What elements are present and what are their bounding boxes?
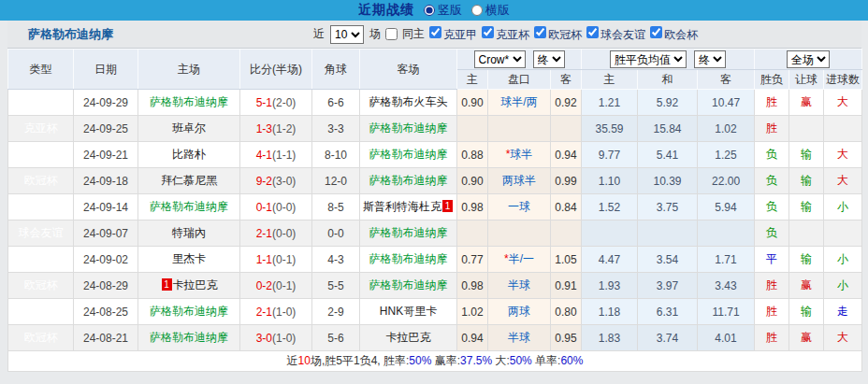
away-team-cell: 萨格勒布迪纳摩	[360, 142, 457, 168]
result-goals: 大	[824, 325, 862, 351]
handicap-home-odds: 0.98	[457, 194, 488, 220]
handicap-away-odds: 0.80	[551, 299, 582, 325]
col-header-goals: 进球数	[824, 70, 862, 90]
europe-away-odds: 10.47	[698, 90, 755, 116]
result-goals	[824, 220, 862, 247]
league-filter-kjb[interactable]: 克亚杯	[480, 26, 529, 43]
layout-horizontal-option[interactable]: 横版	[466, 2, 510, 19]
home-team-name: 卡拉巴克	[173, 278, 218, 292]
result-letgoal	[789, 220, 824, 247]
bookmaker-select[interactable]: Crow*	[474, 50, 526, 68]
handicap-line: 球半/两	[488, 90, 551, 116]
europe-final-select[interactable]: 终	[694, 50, 726, 68]
bookmaker-final-select[interactable]: 终	[533, 50, 565, 68]
europe-away-odds	[698, 220, 755, 247]
away-team-cell: HNK哥里卡	[360, 299, 457, 325]
league-badge: 克亚甲	[8, 142, 74, 168]
col-header-ah-away: 客	[551, 70, 582, 90]
away-team-cell: 萨格勒布迪纳摩	[360, 273, 457, 299]
result-letgoal: 输	[789, 194, 824, 220]
match-date: 24-09-14	[74, 194, 138, 220]
fulltime-score: 2-1	[256, 306, 272, 319]
layout-vertical-option[interactable]: 竖版	[418, 2, 462, 19]
europe-home-odds: 4.47	[582, 247, 638, 273]
halftime-score: (1-0)	[272, 306, 296, 319]
league-badge: 克亚甲	[8, 299, 74, 325]
col-header-eu-away: 客	[698, 70, 755, 90]
horizontal-radio[interactable]	[471, 5, 483, 16]
home-team-cell: 1卡拉巴克	[138, 273, 240, 299]
away-team-cell: 萨格勒布迪纳摩	[360, 116, 457, 142]
score-cell: 2-1(0-0)	[240, 220, 312, 247]
handicap-line-text: 半球	[508, 278, 530, 292]
europe-home-odds: 1.83	[582, 325, 638, 351]
result-letgoal	[789, 116, 824, 142]
handicap-away-odds: 0.95	[551, 325, 582, 351]
header-dropdown-row: 类型 日期 主场 比分(半场) 角球 客场 Crow* 终 胜平负均值 终	[8, 50, 862, 70]
home-team-cell: 拜仁慕尼黑	[138, 168, 240, 194]
summary-big-rate: 50%	[510, 354, 532, 367]
filter-bar: 萨格勒布迪纳摩 近 10 场 同主 克亚甲 克亚杯 欧冠杯 球会友谊 欧会杯	[7, 21, 861, 49]
match-date: 24-09-07	[74, 220, 138, 247]
europe-draw-odds: 15.84	[638, 116, 698, 142]
league-filter-kjj[interactable]: 克亚甲	[427, 26, 477, 43]
summary-label-win: 赢率:	[431, 354, 460, 367]
team-name: 萨格勒布迪纳摩	[7, 26, 313, 43]
league-checkbox-ohb[interactable]	[650, 26, 662, 38]
europe-draw-odds: 5.92	[638, 90, 698, 116]
europe-odds-select[interactable]: 胜平负均值	[610, 50, 687, 68]
table-row: 欧冠杯 24-08-29 1卡拉巴克 0-2(0-1) 5-5 萨格勒布迪纳摩 …	[8, 273, 862, 299]
league-checkbox-ogb[interactable]	[534, 26, 546, 38]
league-badge: 欧冠杯	[8, 273, 74, 299]
result-letgoal: 输	[789, 299, 824, 325]
handicap-line: *半/一	[488, 247, 551, 273]
handicap-line	[488, 220, 551, 247]
same-home-checkbox[interactable]	[385, 28, 398, 40]
europe-home-odds: 1.18	[582, 299, 638, 325]
league-badge: 克亚杯	[8, 116, 74, 142]
handicap-home-odds	[457, 116, 488, 142]
away-team-cell: 斯普利特海杜克1	[360, 194, 457, 220]
home-team-name: 比路朴	[172, 148, 206, 161]
summary-row: 近10场,胜5平1负4, 胜率:50% 赢率:37.5% 大:50% 单率:60…	[8, 351, 862, 372]
result-letgoal: 赢	[789, 273, 824, 299]
corner-count: 8-10	[312, 142, 360, 168]
league-filter-ohb[interactable]: 欧会杯	[648, 26, 698, 43]
result-winlose: 胜	[755, 325, 789, 351]
match-date: 24-08-21	[74, 325, 138, 351]
table-row: 球会友谊 24-09-07 特瑞內 2-1(0-0) 0-0 萨格勒布迪纳摩 负	[8, 220, 862, 247]
home-team-cell: 比路朴	[138, 142, 240, 168]
league-badge: 克亚甲	[8, 194, 74, 220]
league-checkbox-kjj[interactable]	[429, 26, 441, 38]
handicap-away-odds	[551, 116, 582, 142]
filter-controls: 近 10 场 同主 克亚甲 克亚杯 欧冠杯 球会友谊 欧会杯	[313, 25, 698, 44]
result-goals: 小	[824, 194, 862, 220]
handicap-line: *球半	[488, 142, 551, 168]
scope-select[interactable]: 全场	[787, 50, 830, 68]
result-letgoal: 输	[789, 168, 824, 194]
result-letgoal: 输	[789, 247, 824, 273]
europe-draw-odds: 10.39	[638, 168, 698, 194]
vertical-radio[interactable]	[424, 5, 435, 16]
match-count-select[interactable]: 10	[330, 25, 364, 44]
home-team-name: 萨格勒布迪纳摩	[150, 331, 228, 344]
league-checkbox-kjb[interactable]	[482, 26, 494, 38]
league-filter-ogb[interactable]: 欧冠杯	[532, 26, 582, 43]
corner-count: 8-5	[312, 194, 360, 220]
league-filter-friendly[interactable]: 球会友谊	[585, 26, 645, 43]
horizontal-radio-label: 横版	[485, 2, 510, 19]
away-team-name: 萨格勒布迪纳摩	[369, 148, 448, 161]
corner-count: 6-6	[312, 90, 360, 116]
match-date: 24-09-18	[74, 168, 138, 194]
league-checkbox-friendly[interactable]	[586, 26, 599, 38]
handicap-line-text: 半球	[508, 331, 530, 344]
result-letgoal: 赢	[789, 90, 824, 116]
score-cell: 1-3(1-2)	[240, 116, 312, 142]
match-date: 24-08-29	[74, 273, 138, 299]
handicap-away-odds: 0.94	[551, 142, 582, 168]
handicap-away-odds: 1.05	[551, 247, 582, 273]
away-team-cell: 萨格勒布火车头	[360, 90, 457, 116]
league-badge: 欧冠杯	[8, 168, 74, 194]
home-team-cell: 萨格勒布迪纳摩	[138, 299, 240, 325]
fulltime-score: 0-2	[256, 279, 272, 292]
